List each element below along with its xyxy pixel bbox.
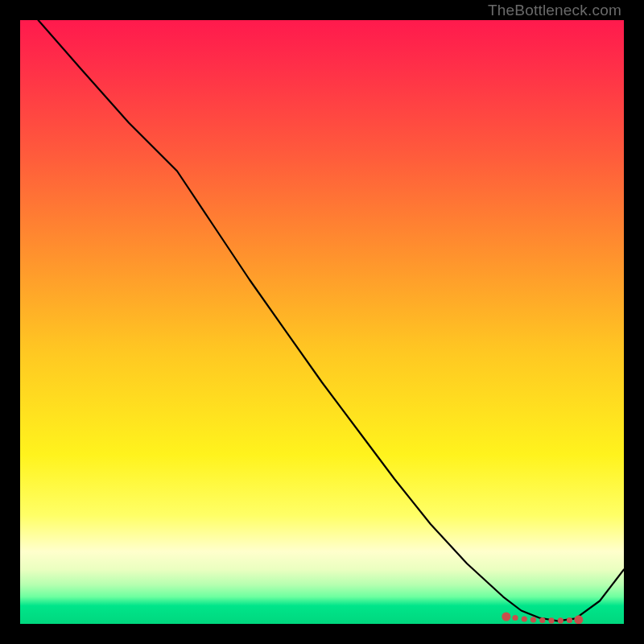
range-marker	[539, 617, 545, 623]
range-marker	[574, 615, 583, 624]
range-marker	[512, 615, 518, 621]
watermark-text: TheBottleneck.com	[488, 2, 621, 19]
range-marker	[502, 613, 510, 621]
range-marker	[548, 617, 554, 623]
range-marker	[558, 617, 564, 623]
chart-svg	[20, 20, 624, 624]
marker-group	[502, 613, 583, 625]
range-marker	[522, 616, 527, 621]
range-marker	[530, 617, 536, 622]
curve-line	[39, 20, 625, 621]
chart-frame	[20, 20, 624, 624]
range-marker	[567, 617, 572, 623]
